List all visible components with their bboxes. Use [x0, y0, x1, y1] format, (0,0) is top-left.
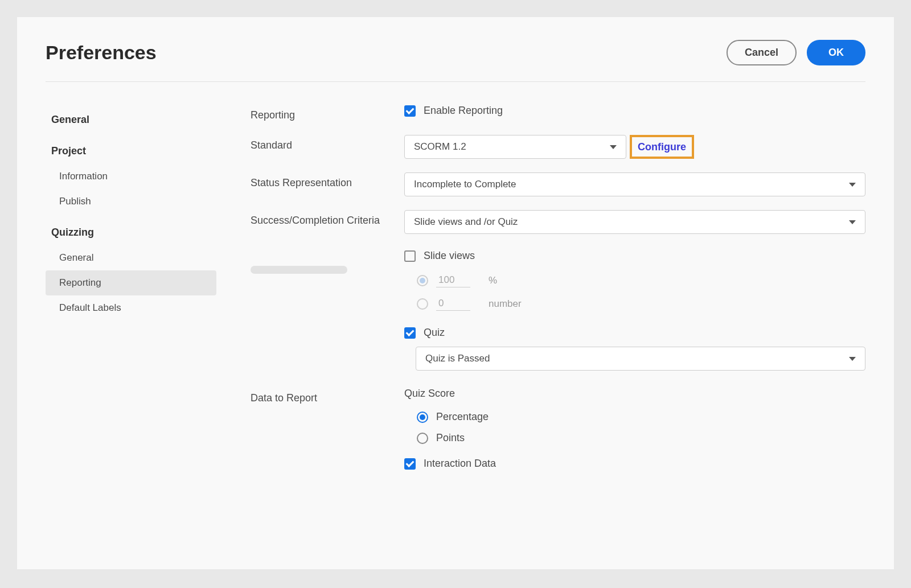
- enable-reporting-control: Enable Reporting: [404, 105, 865, 117]
- slide-views-number-row: number: [404, 292, 865, 315]
- sidebar-item-publish[interactable]: Publish: [46, 189, 216, 214]
- slide-views-control: Slide views: [404, 250, 865, 262]
- quiz-checkbox[interactable]: [404, 327, 416, 339]
- row-standard: Standard SCORM 1.2 Configure: [251, 135, 865, 159]
- sidebar-item-q-general[interactable]: General: [46, 245, 216, 270]
- status-rep-value: Incomplete to Complete: [414, 179, 516, 190]
- quiz-score-points-radio[interactable]: [417, 433, 428, 444]
- row-data-report: Data to Report Quiz Score Percentage Poi…: [251, 388, 865, 472]
- sidebar-group-general: General: [46, 107, 216, 133]
- sidebar-item-information[interactable]: Information: [46, 164, 216, 189]
- slide-views-label: Slide views: [424, 250, 475, 262]
- dialog-header: Preferences Cancel OK: [46, 40, 865, 82]
- label-status-rep: Status Representation: [251, 172, 404, 189]
- label-criteria: Success/Completion Criteria: [251, 210, 404, 227]
- slide-views-percent-row: %: [404, 269, 865, 292]
- quiz-label: Quiz: [424, 327, 445, 339]
- sidebar-heading-quizzing: Quizzing: [46, 220, 216, 245]
- row-reporting: Reporting Enable Reporting: [251, 105, 865, 121]
- chevron-down-icon: [849, 183, 856, 187]
- main-panel: Reporting Enable Reporting Standard SCOR…: [251, 98, 865, 486]
- sidebar-item-default-labels[interactable]: Default Labels: [46, 295, 216, 320]
- label-data-report: Data to Report: [251, 388, 404, 404]
- cancel-button[interactable]: Cancel: [727, 40, 797, 65]
- row-criteria: Success/Completion Criteria Slide views …: [251, 210, 865, 371]
- quiz-section: Quiz Quiz is Passed: [404, 327, 865, 371]
- label-standard: Standard: [251, 135, 404, 151]
- configure-highlight: Configure: [630, 135, 694, 159]
- quiz-score-heading: Quiz Score: [404, 388, 865, 400]
- dialog-content: General Project Information Publish Quiz…: [46, 88, 865, 486]
- quiz-condition-value: Quiz is Passed: [425, 353, 490, 364]
- header-buttons: Cancel OK: [727, 40, 865, 65]
- chevron-down-icon: [849, 220, 856, 224]
- sidebar-item-general[interactable]: General: [46, 107, 216, 133]
- slide-views-number-input: [436, 297, 470, 311]
- quiz-condition-select[interactable]: Quiz is Passed: [416, 347, 865, 371]
- slide-views-checkbox[interactable]: [404, 250, 416, 262]
- enable-reporting-checkbox[interactable]: [404, 105, 416, 117]
- slide-views-number-radio: [417, 298, 428, 310]
- quiz-score-points-row: Points: [404, 427, 865, 449]
- quiz-score-points-label: Points: [436, 432, 465, 444]
- slide-views-percent-unit: %: [489, 275, 497, 286]
- quiz-control: Quiz: [404, 327, 865, 339]
- sidebar: General Project Information Publish Quiz…: [46, 98, 216, 486]
- chevron-down-icon: [849, 357, 856, 361]
- configure-link[interactable]: Configure: [638, 141, 686, 153]
- status-rep-select[interactable]: Incomplete to Complete: [404, 172, 865, 196]
- chevron-down-icon: [610, 145, 617, 149]
- sidebar-group-quizzing: Quizzing General Reporting Default Label…: [46, 220, 216, 320]
- criteria-select[interactable]: Slide views and /or Quiz: [404, 210, 865, 234]
- preferences-dialog: Preferences Cancel OK General Project In…: [17, 17, 894, 569]
- quiz-score-percentage-row: Percentage: [404, 406, 865, 427]
- interaction-data-checkbox[interactable]: [404, 458, 416, 470]
- sidebar-item-reporting[interactable]: Reporting: [46, 270, 216, 295]
- slide-views-percent-radio: [417, 275, 428, 286]
- row-status-rep: Status Representation Incomplete to Comp…: [251, 172, 865, 196]
- dialog-title: Preferences: [46, 42, 157, 64]
- sidebar-heading-project: Project: [46, 138, 216, 164]
- label-reporting: Reporting: [251, 105, 404, 121]
- quiz-score-percentage-radio[interactable]: [417, 412, 428, 423]
- standard-select[interactable]: SCORM 1.2: [404, 135, 626, 159]
- slide-views-number-unit: number: [489, 298, 522, 310]
- quiz-score-percentage-label: Percentage: [436, 411, 489, 423]
- slide-views-section: Slide views % number: [404, 250, 865, 315]
- criteria-value: Slide views and /or Quiz: [414, 216, 518, 228]
- enable-reporting-label: Enable Reporting: [424, 105, 503, 117]
- ok-button[interactable]: OK: [807, 40, 865, 65]
- slide-views-percent-input: [436, 273, 470, 287]
- interaction-data-control: Interaction Data: [404, 458, 865, 470]
- sidebar-group-project: Project Information Publish: [46, 138, 216, 214]
- standard-select-value: SCORM 1.2: [414, 141, 466, 153]
- interaction-data-label: Interaction Data: [424, 458, 496, 470]
